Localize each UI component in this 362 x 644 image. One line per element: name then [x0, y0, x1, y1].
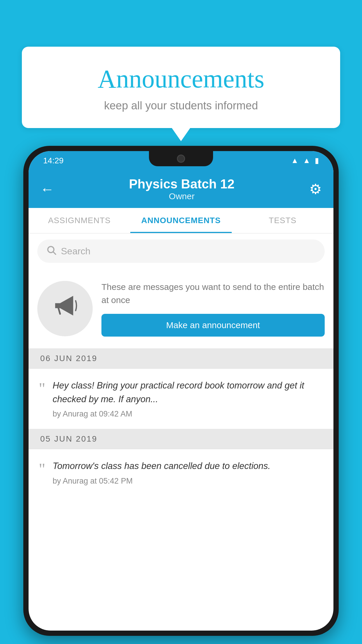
search-bar[interactable]: Search: [37, 239, 325, 263]
announcement-item-1[interactable]: " Hey class! Bring your practical record…: [29, 369, 333, 429]
quote-icon-1: ": [39, 380, 45, 396]
tabs-bar: ASSIGNMENTS ANNOUNCEMENTS TESTS: [29, 208, 333, 234]
settings-icon[interactable]: ⚙: [309, 181, 322, 197]
speech-bubble-title: Announcements: [36, 64, 326, 94]
header-title: Physics Batch 12: [54, 177, 309, 191]
quote-icon-2: ": [39, 461, 45, 477]
phone-notch: [149, 151, 213, 166]
svg-line-1: [53, 252, 56, 254]
megaphone-icon: [52, 293, 78, 324]
announcement-item-2[interactable]: " Tomorrow's class has been cancelled du…: [29, 449, 333, 496]
announcement-text-2: Tomorrow's class has been cancelled due …: [52, 459, 323, 473]
announcement-content-2: Tomorrow's class has been cancelled due …: [52, 459, 323, 486]
search-container: Search: [29, 234, 333, 269]
announcement-prompt: These are messages you want to send to t…: [29, 269, 333, 349]
phone-camera: [177, 155, 185, 163]
header-subtitle: Owner: [54, 191, 309, 201]
header-title-group: Physics Batch 12 Owner: [54, 177, 309, 201]
svg-line-2: [59, 308, 60, 314]
phone-screen: 14:29 ▲ ▲ ▮ ← Physics Batch 12 Owner ⚙: [29, 151, 333, 631]
speech-bubble-subtitle: keep all your students informed: [36, 99, 326, 112]
announcement-content-1: Hey class! Bring your practical record b…: [52, 379, 323, 419]
announcement-icon-circle: [37, 281, 93, 336]
speech-bubble: Announcements keep all your students inf…: [22, 47, 340, 128]
battery-icon: ▮: [315, 156, 319, 165]
status-icons: ▲ ▲ ▮: [291, 156, 319, 165]
wifi-icon: ▲: [291, 156, 299, 165]
announcement-prompt-right: These are messages you want to send to t…: [101, 280, 325, 337]
date-separator-1: 06 JUN 2019: [29, 349, 333, 369]
speech-bubble-container: Announcements keep all your students inf…: [22, 47, 340, 128]
search-placeholder: Search: [61, 246, 90, 257]
back-button[interactable]: ←: [40, 181, 54, 197]
announcement-meta-2: by Anurag at 05:42 PM: [52, 477, 323, 486]
date-separator-2: 05 JUN 2019: [29, 429, 333, 449]
tab-tests[interactable]: TESTS: [232, 208, 333, 233]
announcement-prompt-text: These are messages you want to send to t…: [101, 280, 325, 307]
tab-assignments[interactable]: ASSIGNMENTS: [29, 208, 130, 233]
announcement-meta-1: by Anurag at 09:42 AM: [52, 410, 323, 419]
signal-icon: ▲: [303, 156, 310, 165]
phone-container: 14:29 ▲ ▲ ▮ ← Physics Batch 12 Owner ⚙: [23, 146, 339, 644]
make-announcement-button[interactable]: Make an announcement: [101, 314, 325, 337]
search-icon: [46, 245, 57, 258]
app-header: ← Physics Batch 12 Owner ⚙: [29, 170, 333, 208]
phone-frame: 14:29 ▲ ▲ ▮ ← Physics Batch 12 Owner ⚙: [23, 146, 339, 636]
tab-announcements[interactable]: ANNOUNCEMENTS: [130, 208, 232, 233]
announcement-text-1: Hey class! Bring your practical record b…: [52, 379, 323, 406]
status-time: 14:29: [43, 156, 64, 165]
